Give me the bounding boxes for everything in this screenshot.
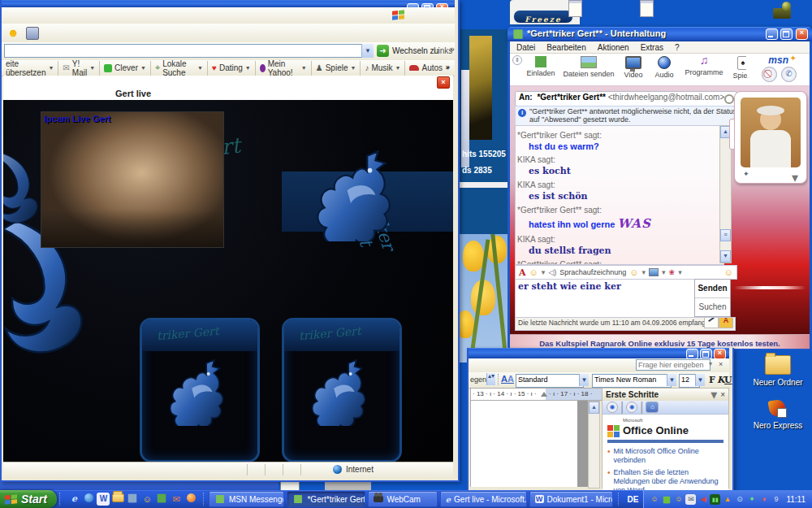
tray-security-icon[interactable]: ♦: [758, 494, 769, 505]
voice-icon[interactable]: ◁): [548, 268, 556, 276]
font-combo[interactable]: Times New Roman: [592, 374, 672, 388]
menu-aktionen[interactable]: Aktionen: [598, 43, 629, 52]
media-player-icon[interactable]: [82, 493, 95, 506]
style-combo[interactable]: Standard: [516, 374, 584, 388]
address-input[interactable]: [4, 44, 365, 58]
tray-smiley-icon[interactable]: ☺: [649, 494, 659, 505]
clock[interactable]: 11:11: [786, 495, 806, 504]
toolbar-programme[interactable]: ♫ Programme: [680, 54, 728, 76]
linksbar-item[interactable]: eite übersetzen▼: [2, 61, 58, 76]
notepad-icon[interactable]: [568, 0, 582, 17]
folder-icon[interactable]: [111, 493, 124, 506]
contact-swap-icon[interactable]: [724, 94, 734, 104]
handwriting-tab-icon[interactable]: [704, 317, 719, 328]
desktop-icon-nero-express[interactable]: Nero Express: [747, 398, 809, 430]
emoticon-picker-icon[interactable]: ☺: [529, 267, 538, 277]
menu-help[interactable]: ?: [675, 43, 680, 52]
tray-chat-icon[interactable]: ✉: [685, 494, 696, 505]
tray-volume-icon[interactable]: ◀: [698, 494, 708, 505]
taskbar-task-gert-conversation[interactable]: *Gert*triker Gert**...: [287, 491, 365, 507]
tray-update-icon[interactable]: ⊙: [734, 494, 745, 505]
close-icon[interactable]: ×: [796, 28, 808, 40]
font-icon[interactable]: A: [519, 267, 526, 278]
font-dropdown-icon[interactable]: ▼: [667, 374, 676, 386]
tray-buddy-icon[interactable]: [661, 494, 672, 505]
wink-picker-icon[interactable]: ☺: [629, 267, 638, 277]
tray-network-icon[interactable]: ✦: [746, 494, 757, 505]
menu-bearbeiten[interactable]: Bearbeiten: [546, 43, 585, 52]
desktop-icon-neuer-ordner[interactable]: Neuer Ordner: [747, 355, 809, 387]
messenger-buddy-icon[interactable]: [126, 493, 139, 506]
close-strip-icon[interactable]: ×: [437, 76, 450, 89]
taskbar-task-gert-live-ie[interactable]: e Gert live - Microsoft...: [440, 491, 527, 507]
word-titlebar[interactable]: ×: [469, 348, 729, 358]
freeze-button[interactable]: Freeze: [513, 10, 573, 24]
firefox-icon[interactable]: [184, 493, 197, 506]
webcam-stream[interactable]: Ipcam Live Gert: [41, 111, 224, 248]
minimize-icon[interactable]: [766, 28, 778, 40]
pane-close-icon[interactable]: ×: [720, 390, 725, 399]
handwrite-icon[interactable]: ✆: [781, 67, 797, 82]
picture-options-icon[interactable]: ✦: [743, 170, 749, 178]
internet-explorer-icon[interactable]: e: [67, 493, 80, 506]
ask-dropdown-icon[interactable]: ▾: [709, 360, 712, 367]
address-dropdown-icon[interactable]: ▼: [361, 44, 374, 58]
underline-button[interactable]: U: [724, 375, 732, 385]
message-input[interactable]: er steht wie eine ker: [515, 279, 700, 320]
toolbar-collapse-icon[interactable]: ⇕: [512, 55, 522, 65]
notepad-icon[interactable]: [640, 0, 654, 17]
linksbar-item[interactable]: ♪Musik▼: [360, 61, 404, 76]
go-button[interactable]: Wechseln zu: [392, 46, 438, 55]
linksbar-item[interactable]: Mein Yahoo!▼: [255, 61, 311, 76]
text-tab-icon[interactable]: A: [719, 317, 733, 328]
start-button[interactable]: Start: [0, 490, 57, 508]
chat-history[interactable]: *Gert*triker Gert** sagt:hst du es warm?…: [515, 125, 724, 265]
linksbar-item[interactable]: Clever▼: [99, 61, 150, 76]
taskbar-task-webcam[interactable]: WebCam: [368, 491, 437, 507]
contact-webcam-picture[interactable]: [741, 98, 801, 167]
linksbar-chevron-icon[interactable]: »: [445, 63, 450, 72]
toolbar-audio[interactable]: Audio: [650, 56, 679, 79]
office-link[interactable]: Mit Microsoft Office Online verbinden: [614, 447, 723, 465]
search-button[interactable]: Suchen: [695, 298, 730, 315]
style-dropdown-icon[interactable]: ▼: [579, 374, 589, 386]
ask-question-input[interactable]: [636, 359, 710, 371]
word-icon[interactable]: W: [97, 493, 110, 506]
mail-icon[interactable]: ✉: [170, 493, 183, 506]
back-icon[interactable]: ◉: [607, 402, 618, 413]
tray-misc-icon[interactable]: 9: [771, 494, 781, 505]
tray-smiley-icon[interactable]: ☺: [673, 494, 684, 505]
taskbar-task-msn-messenger[interactable]: MSN Messenger: [209, 491, 285, 507]
go-arrow-icon[interactable]: ➜: [377, 45, 389, 57]
send-button[interactable]: Senden: [695, 280, 730, 298]
emoticon-icon[interactable]: ☻: [7, 26, 19, 39]
panel-handle[interactable]: [729, 119, 735, 150]
styles-icon[interactable]: AA: [501, 374, 514, 384]
ad-banner[interactable]: Das Kultspiel Ragnarok Online exklusiv 1…: [510, 334, 810, 349]
menu-extras[interactable]: Extras: [641, 43, 663, 52]
browser-menubar[interactable]: [2, 7, 455, 24]
pane-dropdown-icon[interactable]: ▾: [710, 387, 717, 402]
indent-marker-icon[interactable]: [541, 392, 547, 397]
gift-icon[interactable]: ❀: [669, 268, 676, 276]
scroll-up-icon[interactable]: ▲: [589, 402, 599, 414]
messenger-titlebar[interactable]: *Gert*triker Gert** - Unterhaltung ×: [508, 27, 812, 41]
search-companion-icon[interactable]: [26, 27, 39, 40]
browser-titlebar[interactable]: ×: [2, 0, 455, 7]
linksbar-item[interactable]: ⌖Lokale Suche▼: [150, 61, 207, 76]
linksbar-item[interactable]: ♥Dating▼: [207, 61, 255, 76]
picture-dropdown-icon[interactable]: ▾: [792, 170, 798, 185]
toolbar-dateien-senden[interactable]: Dateien senden: [560, 56, 617, 78]
msn-icon[interactable]: [155, 493, 168, 506]
document-area[interactable]: [470, 401, 589, 487]
toolbar-einladen[interactable]: Einladen: [523, 56, 559, 77]
webcam-app-icon[interactable]: [770, 2, 794, 21]
linksbar-item[interactable]: ✉Y! Mail▼: [58, 61, 99, 76]
background-picker-icon[interactable]: [649, 268, 659, 276]
home-icon[interactable]: ⌂: [646, 402, 659, 413]
emoticon-icon[interactable]: ☺: [724, 267, 733, 277]
scroll-thumb[interactable]: ≡: [720, 229, 731, 241]
tray-alert-icon[interactable]: ▲: [722, 494, 732, 505]
links-chevron-icon[interactable]: »: [450, 45, 455, 54]
forward-icon[interactable]: ◉: [626, 402, 637, 413]
